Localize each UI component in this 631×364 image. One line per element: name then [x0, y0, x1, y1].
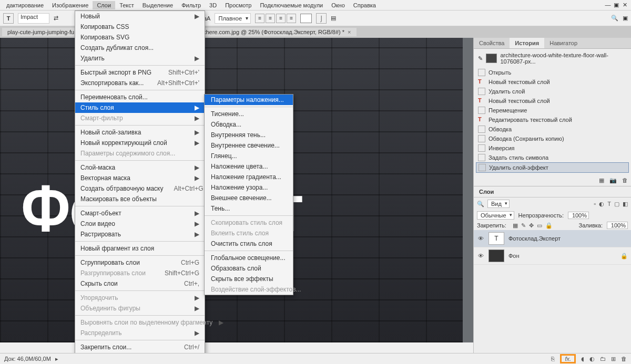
- menu-entry[interactable]: Сгруппировать слоиCtrl+G: [75, 257, 205, 268]
- menu-item[interactable]: Просмотр: [221, 1, 256, 9]
- camera-icon[interactable]: 📷: [609, 177, 617, 184]
- history-step[interactable]: Удалить слой: [476, 87, 629, 96]
- search-icon[interactable]: 🔍: [611, 15, 618, 22]
- history-step[interactable]: Обводка: [476, 124, 629, 134]
- fx-button[interactable]: fx.: [560, 354, 576, 363]
- menu-entry[interactable]: Новый▶: [75, 11, 205, 22]
- delete-layer-icon[interactable]: 🗑: [621, 356, 627, 362]
- menu-entry[interactable]: Слой-маска▶: [75, 162, 205, 173]
- menu-entry[interactable]: Обводка...: [205, 119, 293, 130]
- link-icon[interactable]: ⎘: [551, 356, 555, 362]
- menu-entry[interactable]: Экспортировать как...Alt+Shift+Ctrl+': [75, 78, 205, 88]
- menu-entry[interactable]: Наложение цвета...: [205, 161, 293, 172]
- layer-thumb: T: [488, 232, 504, 245]
- text-color-swatch[interactable]: [300, 14, 312, 23]
- new-layer-icon[interactable]: ⊞: [611, 356, 616, 362]
- menu-item[interactable]: 3D: [205, 1, 221, 9]
- new-snapshot-icon[interactable]: ▦: [599, 177, 604, 184]
- visibility-icon[interactable]: 👁: [477, 235, 484, 242]
- trash-icon[interactable]: 🗑: [622, 177, 628, 184]
- menu-item[interactable]: Окно: [327, 1, 349, 9]
- menu-entry[interactable]: Маскировать все объекты: [75, 194, 205, 204]
- menu-entry[interactable]: Быстрый экспорт в PNGShift+Ctrl+': [75, 67, 205, 78]
- menu-entry[interactable]: Растрировать▶: [75, 229, 205, 240]
- search-small-icon[interactable]: 🔍: [477, 201, 484, 207]
- menu-entry[interactable]: Закрепить слои...Ctrl+/: [75, 342, 205, 352]
- layer-filter-kind[interactable]: Вид: [487, 200, 510, 208]
- layer-name[interactable]: Фотосклад.Эксперт: [508, 235, 561, 242]
- menu-entry[interactable]: Создать обтравочную маскуAlt+Ctrl+G: [75, 183, 205, 194]
- workspace-icon[interactable]: ▣: [623, 15, 628, 22]
- menu-entry[interactable]: Удалить▶: [75, 53, 205, 64]
- menu-entry[interactable]: Наложение узора...: [205, 182, 293, 193]
- menu-entry[interactable]: Глянец...: [205, 151, 293, 161]
- menu-entry[interactable]: Новый корректирующий слой▶: [75, 138, 205, 148]
- menu-entry[interactable]: Стиль слоя▶: [75, 102, 205, 113]
- menu-entry[interactable]: Смарт-объект▶: [75, 208, 205, 219]
- mask-icon[interactable]: ◖: [581, 356, 584, 362]
- blend-mode-select[interactable]: Обычные: [477, 211, 514, 220]
- opacity-input[interactable]: 100%: [568, 212, 589, 219]
- menu-entry[interactable]: Новый слой-заливка▶: [75, 127, 205, 138]
- layers-tab[interactable]: Слои: [474, 186, 631, 197]
- anti-alias-select[interactable]: Плавное: [215, 13, 251, 24]
- menu-item[interactable]: Справка: [349, 1, 380, 9]
- menu-entry[interactable]: Глобальное освещение...: [205, 253, 293, 263]
- history-step[interactable]: TРедактировать текстовый слой: [476, 115, 629, 124]
- history-panel-tabs[interactable]: Свойства История Навигатор: [474, 38, 631, 49]
- group-icon[interactable]: 🗀: [600, 356, 606, 362]
- menu-entry[interactable]: Параметры наложения...: [205, 95, 293, 105]
- menu-item[interactable]: Выделение: [138, 1, 177, 9]
- layer-row[interactable]: 👁TФотосклад.Эксперт: [474, 230, 631, 247]
- history-step[interactable]: Инверсия: [476, 143, 629, 153]
- adjustment-icon[interactable]: ◐: [589, 356, 595, 362]
- menu-entry[interactable]: Образовать слой: [205, 263, 293, 274]
- layer-name[interactable]: Фон: [508, 253, 520, 259]
- menu-entry[interactable]: Копировать CSS: [75, 22, 205, 32]
- history-source[interactable]: ✎ architecture-wood-white-texture-floor-…: [476, 51, 629, 68]
- font-name-input[interactable]: Impact: [18, 13, 49, 24]
- text-align-group[interactable]: ≡≡≡≡: [255, 14, 296, 23]
- menu-entry[interactable]: Тиснение...: [205, 109, 293, 119]
- history-step[interactable]: Обводка (Сохранить копию): [476, 134, 629, 143]
- layer-style-submenu[interactable]: Параметры наложения...Тиснение...Обводка…: [204, 94, 293, 295]
- menu-entry[interactable]: Внутреннее свечение...: [205, 140, 293, 151]
- history-step[interactable]: Задать стиль символа: [476, 153, 629, 162]
- history-step[interactable]: TНовый текстовый слой: [476, 96, 629, 106]
- menu-entry[interactable]: Векторная маска▶: [75, 173, 205, 183]
- menu-entry: Упорядочить▶: [75, 293, 205, 303]
- menu-item[interactable]: Слои: [93, 1, 115, 9]
- history-step[interactable]: Перемещение: [476, 106, 629, 115]
- menu-entry[interactable]: Переименовать слой...: [75, 92, 205, 102]
- history-step[interactable]: Открыть: [476, 68, 629, 77]
- menu-entry[interactable]: Создать дубликат слоя...: [75, 43, 205, 53]
- menu-entry[interactable]: Очистить стиль слоя: [205, 238, 293, 249]
- window-controls[interactable]: —▣✕: [604, 2, 629, 8]
- menu-entry[interactable]: Слои видео▶: [75, 219, 205, 229]
- menu-item[interactable]: Изображение: [48, 1, 93, 9]
- menu-item[interactable]: дактирование: [2, 1, 48, 9]
- menu-entry[interactable]: Новый фрагмент из слоя: [75, 243, 205, 254]
- menu-item[interactable]: Фильтр: [177, 1, 205, 9]
- menu-entry[interactable]: Тень...: [205, 203, 293, 214]
- menu-entry[interactable]: Копировать SVG: [75, 32, 205, 43]
- menu-entry[interactable]: Скрыть все эффекты: [205, 274, 293, 284]
- lock-icons[interactable]: ▦✎✥▭🔒: [513, 222, 553, 229]
- menu-entry[interactable]: Наложение градиента...: [205, 172, 293, 182]
- menu-entry[interactable]: Внутренняя тень...: [205, 130, 293, 140]
- paragraph-panel-icon[interactable]: ▤: [331, 15, 336, 22]
- text-tool-icon[interactable]: T: [3, 13, 14, 24]
- menu-entry[interactable]: Скрыть слоиCtrl+,: [75, 278, 205, 289]
- warp-text-icon[interactable]: ⌡: [316, 13, 327, 24]
- layers-menu[interactable]: Новый▶Копировать CSSКопировать SVGСоздат…: [75, 11, 205, 364]
- fill-input[interactable]: 100%: [607, 222, 628, 229]
- layer-filter-icons[interactable]: ▫◐T▢◧: [594, 201, 628, 207]
- menu-item[interactable]: Подключаемые модули: [256, 1, 327, 9]
- visibility-icon[interactable]: 👁: [477, 253, 484, 259]
- menu-item[interactable]: Текст: [115, 1, 138, 9]
- layer-row[interactable]: 👁Фон🔒: [474, 247, 631, 265]
- switch-icon[interactable]: ⇄: [54, 15, 58, 22]
- history-step[interactable]: Удалить слой-эффект: [476, 162, 629, 173]
- history-step[interactable]: TНовый текстовый слой: [476, 77, 629, 87]
- menu-entry[interactable]: Внешнее свечение...: [205, 193, 293, 203]
